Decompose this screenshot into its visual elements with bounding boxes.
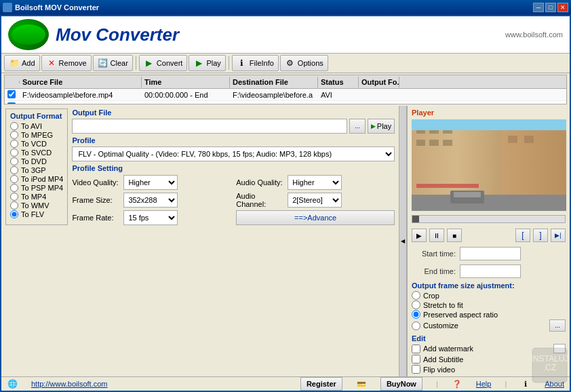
maximize-button[interactable]: □ — [545, 3, 556, 12]
end-time-label: End time: — [412, 267, 456, 275]
titlebar: Boilsoft MOV Converter ─ □ ✕ — [0, 0, 571, 15]
format-option-mp4[interactable]: To MP4 — [10, 193, 63, 201]
flip-video-checkbox[interactable] — [412, 365, 420, 374]
output-format-box: Output Format To AVI To MPEG To VCD To S… — [5, 109, 68, 225]
play-icon: ▶ — [193, 58, 204, 68]
row2-checkbox[interactable] — [7, 102, 16, 105]
mark-in-button[interactable]: [ — [515, 229, 530, 242]
format-option-wmv[interactable]: To WMV — [10, 201, 63, 210]
profile-select[interactable]: FLV - Optimal Quality - (Video: FLV, 780… — [72, 146, 395, 161]
separator-2 — [229, 56, 229, 70]
remove-button[interactable]: ✕ Remove — [41, 55, 92, 71]
play-triangle-icon: ▶ — [371, 123, 376, 130]
video-quality-select[interactable]: Higher Normal Lower — [123, 175, 178, 190]
about-separator: | — [505, 380, 507, 388]
browse-button[interactable]: ... — [349, 119, 366, 134]
file-table-header: Source File Time Destination File Status… — [5, 75, 566, 89]
output-play-button[interactable]: ▶ Play — [368, 119, 395, 134]
titlebar-left: Boilsoft MOV Converter — [3, 3, 99, 12]
pause-ctrl-button[interactable]: ⏸ — [429, 229, 444, 242]
convert-button[interactable]: ▶ Convert — [139, 55, 188, 71]
header-url: www.boilsoft.com — [505, 31, 563, 39]
profile-setting-title: Profile Setting — [72, 164, 395, 172]
format-option-mpeg[interactable]: To MPEG — [10, 131, 63, 139]
advance-button[interactable]: ==>Advance — [236, 210, 395, 225]
format-option-flv[interactable]: To FLV — [10, 210, 63, 218]
collapse-button[interactable]: ◀ — [399, 106, 407, 376]
clear-button[interactable]: 🔄 Clear — [93, 55, 133, 71]
row1-checkbox[interactable] — [7, 90, 16, 98]
frame-rate-select[interactable]: 15 fps 10 fps 20 fps 25 fps 30 fps — [123, 210, 178, 225]
file-table-area: Source File Time Destination File Status… — [4, 75, 567, 104]
mark-out-button[interactable]: ] — [533, 229, 548, 242]
right-sub-panel: Output File F:\videosample\DSC00161.flv … — [72, 109, 395, 225]
audio-quality-select[interactable]: Higher Normal Lower — [288, 175, 342, 190]
customize-button[interactable]: ... — [549, 319, 566, 332]
format-option-dvd[interactable]: To DVD — [10, 157, 63, 165]
titlebar-buttons: ─ □ ✕ — [533, 3, 568, 12]
add-subtitle-label: Add Subtitle — [423, 355, 463, 364]
awning — [416, 184, 479, 188]
frame-rate-row: Frame Rate: 15 fps 10 fps 20 fps 25 fps … — [72, 210, 231, 225]
start-time-input[interactable]: 00:00:00.000 — [460, 247, 521, 260]
table-row: F:\videosample\before.mp4 00:00:00.000 -… — [5, 89, 566, 101]
add-subtitle-checkbox[interactable] — [412, 355, 420, 364]
svg-text:.CZ: .CZ — [543, 363, 557, 372]
end-time-input[interactable]: 00:00:00.000 — [460, 264, 521, 278]
format-option-vcd[interactable]: To VCD — [10, 140, 63, 148]
format-option-ipod[interactable]: To iPod MP4 — [10, 175, 63, 183]
seek-bar[interactable] — [412, 215, 566, 223]
help-link[interactable]: Help — [476, 380, 492, 388]
row2-time: 00:00:00.000 - End — [142, 102, 230, 105]
col-header-time: Time — [142, 77, 230, 87]
frame-option-crop[interactable]: Crop — [412, 291, 566, 300]
bottom-bar: 🌐 http://www.boilsoft.com Register 💳 Buy… — [1, 376, 570, 391]
seek-handle[interactable] — [412, 216, 419, 222]
website-link[interactable]: http://www.boilsoft.com — [31, 380, 108, 388]
play-button[interactable]: ▶ Play — [189, 55, 225, 71]
minimize-button[interactable]: ─ — [533, 3, 544, 12]
format-option-3gp[interactable]: To 3GP — [10, 166, 63, 174]
audio-channel-select[interactable]: 2[Stereo] 1[Mono] — [288, 193, 342, 208]
window-detail — [508, 136, 517, 143]
add-icon: 📁 — [9, 58, 20, 68]
flip-video-label: Flip video — [423, 366, 455, 374]
frame-option-stretch[interactable]: Stretch to fit — [412, 300, 566, 309]
table-row: F:\videosample\DSC00161.3GP 00:00:00.000… — [5, 101, 566, 104]
svg-text:INSTALUJ: INSTALUJ — [531, 354, 568, 364]
clear-icon: 🔄 — [98, 58, 109, 68]
frame-size-select[interactable]: 352x288 320x240 640x480 — [123, 193, 178, 208]
app-header-title: Mov Converter — [56, 24, 179, 45]
buynow-button[interactable]: BuyNow — [380, 377, 422, 391]
frame-option-preserved[interactable]: Preserved aspect ratio — [412, 310, 566, 319]
col-header-dest: Destination File — [230, 77, 318, 87]
street-scene-bg — [412, 119, 566, 211]
play-ctrl-button[interactable]: ▶ — [412, 229, 427, 242]
format-option-avi[interactable]: To AVI — [10, 122, 63, 130]
toolbar: 📁 Add ✕ Remove 🔄 Clear ▶ Convert ▶ Play … — [1, 54, 570, 73]
fileinfo-button[interactable]: ℹ FileInfo — [232, 55, 279, 71]
format-option-svcd[interactable]: To SVCD — [10, 149, 63, 157]
mark-play-button[interactable]: ▶| — [551, 229, 566, 242]
options-button[interactable]: ⚙ Options — [280, 55, 328, 71]
player-controls: ▶ ⏸ ■ [ ] ▶| — [412, 227, 566, 243]
collapse-icon: ◀ — [401, 238, 405, 244]
stop-ctrl-button[interactable]: ■ — [447, 229, 462, 242]
building-left — [412, 119, 501, 200]
frame-size-label: Frame Size: — [72, 196, 121, 204]
frame-option-customize[interactable]: Customize — [412, 321, 458, 330]
register-button[interactable]: Register — [300, 377, 342, 391]
start-time-row: Start time: 00:00:00.000 — [412, 246, 566, 261]
video-quality-row: Video Quality: Higher Normal Lower — [72, 175, 231, 190]
add-button[interactable]: 📁 Add — [4, 55, 40, 71]
add-subtitle-row: Add Subtitle INSTALUJ .CZ — [412, 355, 566, 364]
output-file-input[interactable]: F:\videosample\DSC00161.flv — [72, 119, 347, 134]
about-icon: ℹ — [520, 378, 531, 389]
close-button[interactable]: ✕ — [557, 3, 568, 12]
profile-title: Profile — [72, 136, 395, 144]
format-option-psp[interactable]: To PSP MP4 — [10, 184, 63, 192]
header: Mov Converter www.boilsoft.com — [1, 16, 570, 54]
window-detail — [429, 140, 438, 146]
profile-section: Profile FLV - Optimal Quality - (Video: … — [72, 136, 395, 161]
add-watermark-checkbox[interactable] — [412, 345, 420, 353]
